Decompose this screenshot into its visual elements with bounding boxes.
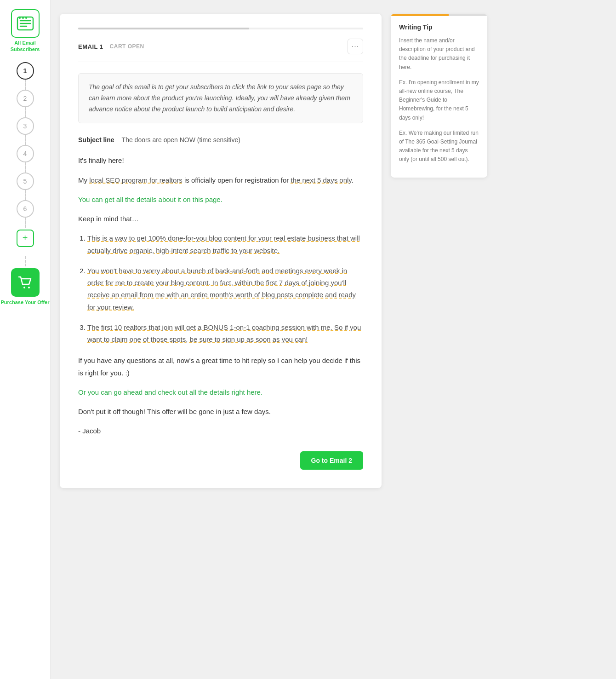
- cta-line-1: You can get all the details about it on …: [78, 194, 363, 206]
- email-header: EMAIL 1 CART OPEN ···: [78, 39, 363, 62]
- step-3[interactable]: 3: [17, 117, 34, 135]
- closing-1: If you have any questions at all, now's …: [78, 355, 363, 379]
- step-connector-2: [25, 107, 26, 117]
- purchase-label: Purchase Your Offer: [1, 299, 50, 305]
- main-area: EMAIL 1 CART OPEN ··· The goal of this e…: [51, 0, 616, 679]
- cta-line-2: Or you can go ahead and check out all th…: [78, 386, 363, 398]
- tip-paragraph-1: Insert the name and/or description of yo…: [399, 36, 479, 72]
- list-item-2: You won't have to worry about a bunch of…: [87, 265, 363, 313]
- cta-link-2[interactable]: Or you can go ahead and check out all th…: [78, 388, 262, 396]
- step-connector-5: [25, 190, 26, 200]
- add-step-button[interactable]: +: [17, 230, 34, 247]
- step-connector-3: [25, 135, 26, 145]
- goal-text: The goal of this email is to get your su…: [89, 82, 353, 115]
- svg-point-7: [23, 287, 25, 288]
- list-item-3-text: The first 10 realtors that join will get…: [87, 323, 361, 343]
- next-email-button[interactable]: Go to Email 2: [300, 451, 363, 470]
- svg-point-8: [28, 287, 30, 288]
- tip-paragraph-2: Ex. I'm opening enrollment in my all-new…: [399, 78, 479, 122]
- svg-point-6: [25, 17, 27, 19]
- footer-btn-row: Go to Email 2: [78, 451, 363, 470]
- email-title: EMAIL 1: [78, 43, 103, 50]
- email-tag: CART OPEN: [110, 43, 144, 50]
- keep-in-mind: Keep in mind that…: [78, 213, 363, 225]
- step-connector-4: [25, 162, 26, 173]
- subject-label: Subject line: [78, 136, 114, 144]
- body-list: This is a way to get 100% done-for-you b…: [87, 232, 363, 345]
- link-5-days[interactable]: the next 5 days only: [291, 176, 351, 184]
- subject-value: The doors are open NOW (time sensitive): [122, 136, 240, 144]
- step-connector-1: [25, 80, 26, 90]
- sidebar-bottom: Purchase Your Offer: [1, 254, 50, 305]
- sidebar: All Email Subscribers 1 2 3 4 5 6 + Purc…: [0, 0, 51, 679]
- step-connector-6: [25, 218, 26, 228]
- closing-2: Don't put it off though! This offer will…: [78, 406, 363, 418]
- list-item-3: The first 10 realtors that join will get…: [87, 322, 363, 346]
- email-header-left: EMAIL 1 CART OPEN: [78, 43, 144, 50]
- list-item-1-text: This is a way to get 100% done-for-you b…: [87, 234, 360, 254]
- step-1[interactable]: 1: [17, 62, 34, 80]
- cta-link-1[interactable]: You can get all the details about it on …: [78, 196, 222, 203]
- tip-title: Writing Tip: [399, 23, 479, 31]
- step-6[interactable]: 6: [17, 200, 34, 218]
- sign-off: - Jacob: [78, 425, 363, 437]
- goal-box: The goal of this email is to get your su…: [78, 73, 363, 123]
- step-2[interactable]: 2: [17, 90, 34, 107]
- tip-paragraph-3: Ex. We're making our limited run of The …: [399, 129, 479, 164]
- purchase-icon[interactable]: [11, 268, 40, 297]
- step-5[interactable]: 5: [17, 173, 34, 190]
- more-options-button[interactable]: ···: [348, 39, 363, 54]
- link-seo-program[interactable]: local SEO program for realtors: [89, 176, 183, 184]
- step-4[interactable]: 4: [17, 145, 34, 162]
- sidebar-top-icon[interactable]: [11, 9, 40, 38]
- progress-bar: [78, 28, 363, 29]
- tip-content: Writing Tip Insert the name and/or descr…: [391, 16, 487, 178]
- list-item-2-text: You won't have to worry about a bunch of…: [87, 267, 356, 311]
- subject-line-row: Subject line The doors are open NOW (tim…: [78, 136, 363, 144]
- body-intro: It's finally here!: [78, 155, 363, 167]
- email-card: EMAIL 1 CART OPEN ··· The goal of this e…: [60, 14, 382, 488]
- sidebar-top-label: All Email Subscribers: [0, 40, 50, 53]
- svg-point-5: [22, 17, 24, 19]
- progress-bar-fill: [78, 28, 249, 29]
- list-item-1: This is a way to get 100% done-for-you b…: [87, 232, 363, 257]
- svg-point-4: [19, 17, 21, 19]
- writing-tip-panel: Writing Tip Insert the name and/or descr…: [391, 14, 487, 178]
- body-paragraph1: My local SEO program for realtors is off…: [78, 174, 363, 186]
